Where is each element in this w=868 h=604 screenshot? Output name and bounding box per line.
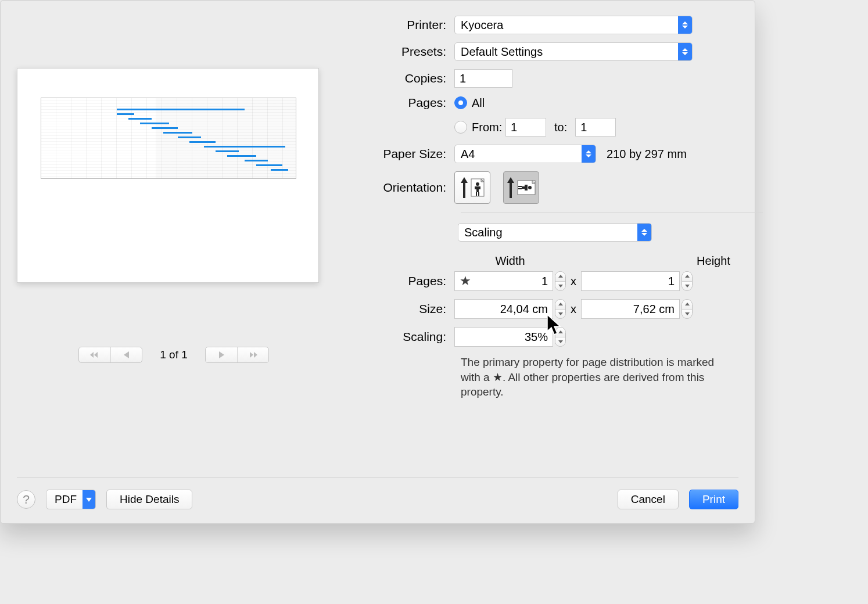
width-header: Width <box>461 254 559 268</box>
options-section-select[interactable]: Scaling <box>458 223 652 242</box>
pages-to-label: to: <box>554 121 567 134</box>
pdf-menu[interactable]: PDF <box>46 490 96 509</box>
presets-value: Default Settings <box>461 45 543 59</box>
paper-size-label: Paper Size: <box>347 147 454 161</box>
pages-from-label: From: <box>472 121 505 134</box>
help-button[interactable]: ? <box>17 490 35 509</box>
svg-rect-5 <box>478 192 479 196</box>
pages-all-radio[interactable] <box>454 96 467 109</box>
print-preview <box>17 68 319 283</box>
pdf-label: PDF <box>55 493 77 506</box>
stepper-up-button[interactable] <box>555 300 565 310</box>
scaling-wh-label: Scaling: <box>347 330 454 344</box>
copies-input[interactable] <box>454 69 512 88</box>
size-label: Size: <box>347 302 454 316</box>
last-page-button[interactable] <box>237 347 268 362</box>
pages-wh-label: Pages: <box>347 274 454 288</box>
stepper-up-button[interactable] <box>682 272 692 282</box>
pages-width-input[interactable]: ★ 1 <box>454 271 553 291</box>
stepper-down-button[interactable] <box>682 282 692 291</box>
updown-arrows-icon <box>678 16 692 34</box>
print-dialog: 1 of 1 Printer: Kyocera <box>0 0 755 524</box>
pages-label: Pages: <box>347 96 454 110</box>
pages-range-radio[interactable] <box>454 121 467 134</box>
orientation-landscape-button[interactable] <box>503 171 539 204</box>
paper-dimensions: 210 by 297 mm <box>607 148 687 161</box>
first-page-button[interactable] <box>79 347 110 362</box>
scaling-input[interactable]: 35% <box>454 327 553 347</box>
stepper-up-button[interactable] <box>682 300 692 310</box>
size-height-input[interactable]: 7,62 cm <box>581 299 680 319</box>
preview-gantt-thumbnail <box>41 98 296 179</box>
x-separator: x <box>571 303 576 316</box>
pages-from-input[interactable] <box>505 118 546 136</box>
paper-size-select[interactable]: A4 <box>454 145 596 163</box>
printer-select[interactable]: Kyocera <box>454 16 693 34</box>
pages-height-input[interactable]: 1 <box>581 271 680 291</box>
options-section-value: Scaling <box>464 226 503 239</box>
print-button[interactable]: Print <box>689 490 738 509</box>
updown-arrows-icon <box>582 145 596 163</box>
pages-width-stepper[interactable] <box>555 271 566 291</box>
height-header: Height <box>664 254 763 268</box>
hide-details-button[interactable]: Hide Details <box>106 490 192 509</box>
pages-all-label: All <box>472 96 485 110</box>
svg-rect-10 <box>518 186 522 187</box>
stepper-down-button[interactable] <box>555 282 565 291</box>
scaling-stepper[interactable] <box>555 327 566 347</box>
svg-rect-3 <box>475 186 480 189</box>
next-page-button[interactable] <box>206 347 237 362</box>
svg-point-7 <box>528 186 532 189</box>
copies-label: Copies: <box>347 71 454 85</box>
cancel-button[interactable]: Cancel <box>618 490 679 509</box>
svg-rect-11 <box>518 188 522 189</box>
orientation-portrait-button[interactable] <box>454 171 490 204</box>
paper-size-value: A4 <box>461 148 475 161</box>
page-indicator: 1 of 1 <box>160 348 188 361</box>
x-separator: x <box>571 275 576 288</box>
printer-label: Printer: <box>347 18 454 32</box>
svg-point-1 <box>476 182 479 186</box>
prev-page-button[interactable] <box>110 347 142 362</box>
svg-rect-9 <box>525 185 528 190</box>
presets-select[interactable]: Default Settings <box>454 42 693 61</box>
stepper-down-button[interactable] <box>682 310 692 319</box>
size-width-stepper[interactable] <box>555 299 566 319</box>
size-height-stepper[interactable] <box>682 299 693 319</box>
stepper-up-button[interactable] <box>555 272 565 282</box>
preview-nav-back <box>78 347 142 363</box>
presets-label: Presets: <box>347 45 454 59</box>
updown-arrows-icon <box>678 43 692 60</box>
scaling-help-text: The primary property for page distributi… <box>461 355 728 400</box>
stepper-up-button[interactable] <box>555 328 565 337</box>
stepper-down-button[interactable] <box>555 310 565 319</box>
stepper-down-button[interactable] <box>555 337 565 347</box>
chevron-down-icon <box>83 490 95 509</box>
star-icon: ★ <box>460 274 471 289</box>
updown-arrows-icon <box>637 224 651 241</box>
orientation-label: Orientation: <box>347 181 454 195</box>
preview-nav-forward <box>205 347 269 363</box>
pages-height-stepper[interactable] <box>682 271 693 291</box>
svg-rect-4 <box>476 192 477 196</box>
size-width-input[interactable]: 24,04 cm <box>454 299 553 319</box>
printer-value: Kyocera <box>461 19 503 32</box>
pages-to-input[interactable] <box>575 118 616 136</box>
